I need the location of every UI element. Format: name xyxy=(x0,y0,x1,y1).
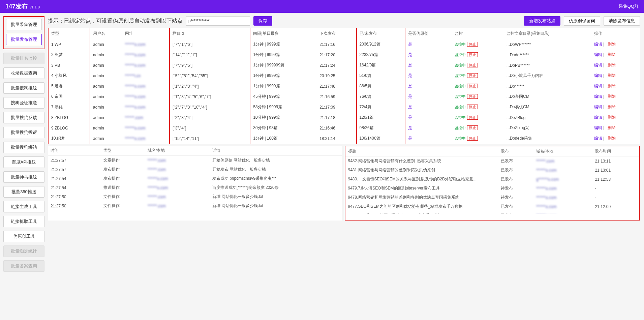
delete-link[interactable]: 删除 xyxy=(608,105,616,109)
edit-link[interactable]: 编辑 xyxy=(594,94,602,99)
delete-link[interactable]: 删除 xyxy=(608,136,616,141)
left-scrollbar[interactable] xyxy=(48,213,342,219)
edit-link[interactable]: 编辑 xyxy=(594,73,602,78)
table-row: 2.织梦admin******o.com["14","11","1"]1分钟 |… xyxy=(48,50,640,60)
right-log-panel: 标题发布域名/本地发布时间 9482.网络营销与网络营销有什么差别_迅睿采集系统… xyxy=(345,146,640,221)
edit-link[interactable]: 编辑 xyxy=(594,125,602,130)
sidebar-item-0[interactable]: 批量采集管理 xyxy=(6,19,42,30)
delete-link[interactable]: 删除 xyxy=(608,94,616,99)
edit-link[interactable]: 编辑 xyxy=(594,63,602,67)
sidebar-item-6[interactable]: 批量搜狗反馈 xyxy=(3,112,44,123)
stop-button[interactable]: 停止 xyxy=(467,105,478,109)
sidebar-item-4[interactable]: 批量搜狗推送 xyxy=(3,82,44,94)
sidebar-item-2: 批量排名监控 xyxy=(3,53,44,64)
edit-link[interactable]: 编辑 xyxy=(594,105,602,109)
delete-link[interactable]: 删除 xyxy=(608,52,616,57)
log-row: 9476.SEO和SEM的区别是什么_discuz发布千万数据已发布******… xyxy=(345,211,640,214)
table-row: 1.WPadmin******o.com["7","1","6"]1分钟 | 9… xyxy=(48,39,640,50)
app-title: 147发布 xyxy=(5,2,28,10)
token-input[interactable] xyxy=(186,16,250,26)
table-row: 4.小旋风admin******i.cn["52","51","54","55"… xyxy=(48,70,640,81)
log-row: 21:27:57发布操作******.com开始发布:网站优化一般多少钱 xyxy=(48,165,342,174)
col-header: 已/未发布 xyxy=(357,28,405,39)
col-header: 用户名 xyxy=(90,28,122,39)
stop-button[interactable]: 停止 xyxy=(467,125,478,130)
left-log-panel: 时间类型域名/本地详情 21:27:57文章操作******.com开始伪原创:… xyxy=(48,146,342,221)
log-row: 9482.网络营销与网络营销有什么差别_迅睿采集系统已发布******.com2… xyxy=(345,156,640,166)
stop-button[interactable]: 停止 xyxy=(467,73,478,78)
stop-button[interactable]: 停止 xyxy=(467,42,478,47)
tip-text: 提示：已绑定站点，可设置伪原创后自动发布到以下站点 xyxy=(48,18,183,25)
sites-table: 类型用户名网址栏目id间隔|单日最多下次发布已/未发布是否伪原创监控监控文章目录… xyxy=(48,28,640,144)
sidebar-item-14[interactable]: 伪原创工具 xyxy=(3,231,44,242)
stop-button[interactable]: 停止 xyxy=(467,84,478,88)
edit-link[interactable]: 编辑 xyxy=(594,136,602,141)
save-button[interactable]: 保存 xyxy=(253,16,272,26)
col-header: 类型 xyxy=(48,28,90,39)
sidebar-item-1[interactable]: 批量发布管理 xyxy=(6,34,42,45)
delete-link[interactable]: 删除 xyxy=(608,115,616,120)
col-header: 栏目id xyxy=(170,28,250,39)
sidebar-item-9[interactable]: 百度API推送 xyxy=(3,156,44,168)
col-header: 间隔|单日最多 xyxy=(250,28,317,39)
stop-button[interactable]: 停止 xyxy=(467,136,478,141)
clear-info-button[interactable]: 清除发布信息 xyxy=(604,16,640,26)
sidebar-item-7[interactable]: 批量搜狗投诉 xyxy=(3,127,44,138)
reserve-words-button[interactable]: 伪原创保留词 xyxy=(564,16,600,26)
stop-button[interactable]: 停止 xyxy=(467,115,478,120)
log-row: 9479.7步认清SEO和SEM的区别siteserver发布工具待发布****… xyxy=(345,184,640,193)
col-header: 监控文章目录(采集目录) xyxy=(504,28,591,39)
table-row: 5.迅睿admin******o.com["1","2","3","4"]1分钟… xyxy=(48,81,640,91)
sidebar-item-3[interactable]: 收录数据查询 xyxy=(3,67,44,79)
edit-link[interactable]: 编辑 xyxy=(594,52,602,57)
log-row: 21:27:50文件操作******.com新增:网站优化一般多少钱.txt xyxy=(48,192,342,201)
delete-link[interactable]: 删除 xyxy=(608,63,616,67)
table-row: 9.ZBLOGadmin******o.com["3","4"]30分钟 | 9… xyxy=(48,123,640,133)
table-row: 7.易优admin******o.com["2","7","3","10","4… xyxy=(48,102,640,112)
sidebar-item-15: 批量蜘蛛统计 xyxy=(3,245,44,257)
table-row: 8.ZBLOGadmin******.com["2","3","4"]10分钟 … xyxy=(48,112,640,123)
log-row: 9480.一文看懂SEO和SEM的关系与区别,以及你的B2B外贸独立站究竟...… xyxy=(345,175,640,184)
sidebar-item-10[interactable]: 批量神马推送 xyxy=(3,171,44,183)
log-row: 21:27:50文件操作******.com新增:网站优化一般多少钱.txt xyxy=(48,201,342,210)
app-header: 147发布 v1.1.8 采集QQ群 xyxy=(0,0,644,13)
sidebar-item-12[interactable]: 链接生成工具 xyxy=(3,201,44,212)
table-row: 6.帝国admin******o.com["1","3","4","5","6"… xyxy=(48,91,640,102)
col-header: 监控 xyxy=(452,28,504,39)
sidebar-item-11[interactable]: 批量360推送 xyxy=(3,186,44,198)
log-row: 9481.网络营销与网络营销的差别米拓采集伪原创已发布******o.com21… xyxy=(345,166,640,175)
log-row: 9478.网络营销和网络营销的差别和各别的优缺点帝国采集系统待发布******o… xyxy=(345,193,640,202)
edit-link[interactable]: 编辑 xyxy=(594,84,602,88)
sidebar-item-13[interactable]: 链接抓取工具 xyxy=(3,216,44,227)
sidebar-item-5[interactable]: 搜狗验证推送 xyxy=(3,97,44,109)
edit-link[interactable]: 编辑 xyxy=(594,42,602,47)
col-header: 是否伪原创 xyxy=(405,28,452,39)
delete-link[interactable]: 删除 xyxy=(608,42,616,47)
stop-button[interactable]: 停止 xyxy=(467,94,478,99)
log-row: 21:27:57文章操作******.com开始伪原创:网站优化一般多少钱 xyxy=(48,156,342,165)
col-header: 网址 xyxy=(122,28,170,39)
qq-group-link[interactable]: 采集QQ群 xyxy=(619,3,639,9)
delete-link[interactable]: 删除 xyxy=(608,84,616,88)
right-scrollbar[interactable] xyxy=(345,214,640,220)
log-row: 21:27:54推送操作******o.com百度推送成功[******]剩余额… xyxy=(48,183,342,192)
sidebar-item-8[interactable]: 批量搜狗绑站 xyxy=(3,142,44,153)
stop-button[interactable]: 停止 xyxy=(467,63,478,67)
toolbar: 提示：已绑定站点，可设置伪原创后自动发布到以下站点 保存 新增发布站点 伪原创保… xyxy=(48,16,640,26)
col-header: 下次发布 xyxy=(317,28,356,39)
log-row: 9477.SEO和SEM之间的区别和优劣势有哪些_站群发布千万数据已发布****… xyxy=(345,202,640,211)
col-header: 操作 xyxy=(591,28,640,39)
log-row: 21:27:54发布操作******o.com发布成功:phpcmscmsv9采… xyxy=(48,174,342,183)
delete-link[interactable]: 删除 xyxy=(608,73,616,78)
add-site-button[interactable]: 新增发布站点 xyxy=(524,16,560,26)
app-version: v1.1.8 xyxy=(30,5,40,9)
sidebar: 批量采集管理批量发布管理批量排名监控收录数据查询批量搜狗推送搜狗验证推送批量搜狗… xyxy=(0,13,48,279)
delete-link[interactable]: 删除 xyxy=(608,125,616,130)
table-row: 3.PBadmin******o.com["7","9","5"]1分钟 | 9… xyxy=(48,60,640,70)
edit-link[interactable]: 编辑 xyxy=(594,115,602,120)
stop-button[interactable]: 停止 xyxy=(467,52,478,57)
sidebar-item-16: 批量备案查询 xyxy=(3,260,44,272)
table-row: 10.织梦admin******o.com["15","14","11"]1分钟… xyxy=(48,133,640,144)
